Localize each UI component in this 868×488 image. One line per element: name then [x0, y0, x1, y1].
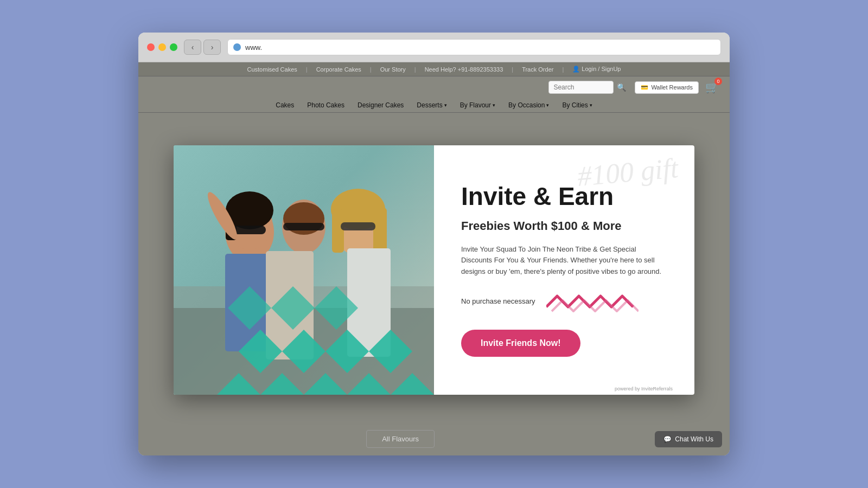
back-button[interactable]: ‹ [184, 40, 201, 55]
modal-description: Invite Your Squad To Join The Neon Tribe… [461, 244, 667, 278]
website-content: Customised Cakes | Corporate Cakes | Our… [138, 62, 730, 455]
modal-image-panel [174, 145, 434, 395]
waves-svg [546, 291, 639, 312]
people-photo [174, 145, 434, 395]
modal-bottom-row: No purchase necessary Invite Friends No [461, 291, 667, 357]
svg-rect-16 [332, 209, 344, 253]
traffic-lights [147, 43, 177, 51]
no-purchase-text: No purchase necessary [461, 297, 535, 305]
ssl-icon [233, 43, 241, 51]
maximize-button[interactable] [170, 43, 177, 51]
nav-buttons: ‹ › [184, 40, 221, 55]
minimize-button[interactable] [158, 43, 166, 51]
actions-row: No purchase necessary [461, 291, 667, 312]
svg-rect-12 [283, 223, 324, 230]
svg-rect-8 [233, 226, 266, 234]
forward-button[interactable]: › [203, 40, 221, 55]
modal-content-panel: #100 gift Invite & Earn Freebies Worth $… [434, 145, 694, 395]
browser-window: ‹ › www. Customised Cakes | Corporate Ca… [138, 33, 730, 455]
address-bar[interactable]: www. [227, 39, 721, 55]
invite-earn-modal: #100 gift Invite & Earn Freebies Worth $… [174, 145, 694, 395]
people-illustration [174, 145, 434, 395]
browser-chrome: ‹ › www. [138, 33, 730, 62]
pink-waves-decoration [546, 291, 639, 312]
powered-by-text: powered by InviteReferrals [615, 386, 673, 391]
svg-rect-18 [341, 222, 375, 230]
modal-title: Invite & Earn [461, 183, 667, 210]
close-button[interactable] [147, 43, 155, 51]
address-text: www. [245, 43, 262, 52]
modal-subtitle: Freebies Worth $100 & More [461, 219, 667, 233]
modal-overlay: #100 gift Invite & Earn Freebies Worth $… [138, 62, 730, 455]
invite-friends-button[interactable]: Invite Friends Now! [461, 330, 580, 357]
